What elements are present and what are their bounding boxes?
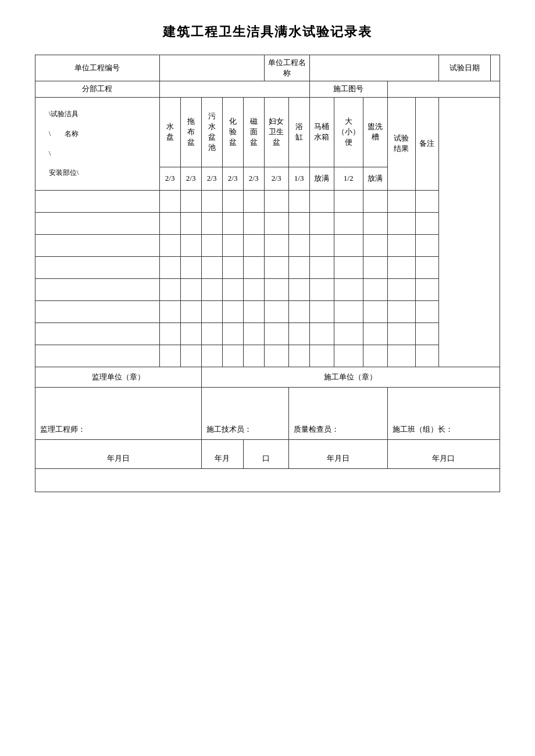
- supervisor-engineer-label: 监理工程师：: [35, 387, 202, 439]
- drawing-value: [387, 81, 500, 97]
- fixture-label-cell: \试验洁具 \ 名称 \ 安装部位\: [35, 97, 160, 190]
- col-wash-trough: 盥洗槽: [363, 97, 387, 167]
- col-water-pan: 水盘: [159, 97, 180, 167]
- unit-code-value: [159, 55, 264, 81]
- signature-row: 监理工程师： 施工技术员： 质量检查员： 施工班（组）长：: [35, 387, 500, 439]
- data-row-2: [35, 212, 500, 234]
- page-title: 建筑工程卫生洁具满水试验记录表: [35, 23, 500, 41]
- test-date-label: 试验日期: [438, 55, 491, 81]
- data-row-1: [35, 190, 500, 212]
- fill-water-pan: 2/3: [159, 167, 180, 190]
- fill-female-toilet: 2/3: [264, 167, 288, 190]
- unit-code-label: 单位工程编号: [35, 55, 160, 81]
- drawing-label: 施工图号: [309, 81, 387, 97]
- date-5: 年月口: [387, 439, 500, 468]
- col-test-result: 试验结果: [387, 97, 415, 190]
- date-2: 年月: [201, 439, 243, 468]
- bottom-spacer: [35, 468, 500, 492]
- supervision-label: 监理单位（章）: [35, 367, 202, 387]
- col-chem-basin: 化验盆: [222, 97, 243, 167]
- col-remarks: 备注: [415, 97, 438, 190]
- col-mop-basin: 拖布盆: [180, 97, 201, 167]
- unit-name-value: [309, 55, 438, 81]
- fill-bathtub: 1/3: [288, 167, 309, 190]
- sub-project-label: 分部工程: [35, 81, 160, 97]
- header-row-2: 分部工程 施工图号: [35, 81, 500, 97]
- sub-project-value: [159, 81, 309, 97]
- date-4: 年月日: [288, 439, 387, 468]
- construction-technician-label: 施工技术员：: [201, 387, 288, 439]
- construction-label: 施工单位（章）: [201, 367, 500, 387]
- fill-porcelain-basin: 2/3: [243, 167, 264, 190]
- col-toilet-tank: 马桶水箱: [309, 97, 334, 167]
- col-female-toilet: 妇女卫生盆: [264, 97, 288, 167]
- fill-mop-basin: 2/3: [180, 167, 201, 190]
- col-large-small-toilet: 大（小）便: [334, 97, 363, 167]
- col-porcelain-basin: 磁面盆: [243, 97, 264, 167]
- main-table: 单位工程编号 单位工程名称 试验日期 分部工程 施工图号 \试验洁具 \ 名称 …: [35, 55, 500, 492]
- unit-name-label: 单位工程名称: [264, 55, 309, 81]
- test-date-value: [491, 55, 500, 81]
- fill-wash-trough: 放满: [363, 167, 387, 190]
- fill-large-small-toilet: 1/2: [334, 167, 363, 190]
- data-row-7: [35, 323, 500, 345]
- fill-sewage-basin: 2/3: [201, 167, 222, 190]
- col-header-row: \试验洁具 \ 名称 \ 安装部位\ 水盘 拖布盆 污水盆池 化验盆 磁面盆 妇…: [35, 97, 500, 167]
- data-row-6: [35, 300, 500, 323]
- date-row: 年月日 年月 口 年月日 年月口: [35, 439, 500, 468]
- header-row-1: 单位工程编号 单位工程名称 试验日期: [35, 55, 500, 81]
- fill-chem-basin: 2/3: [222, 167, 243, 190]
- data-row-8: [35, 345, 500, 367]
- seal-row: 监理单位（章） 施工单位（章）: [35, 367, 500, 387]
- col-bathtub: 浴缸: [288, 97, 309, 167]
- fill-toilet-tank: 放满: [309, 167, 334, 190]
- construction-team-leader-label: 施工班（组）长：: [387, 387, 500, 439]
- date-1: 年月日: [35, 439, 202, 468]
- quality-inspector-label: 质量检查员：: [288, 387, 387, 439]
- data-row-5: [35, 278, 500, 300]
- col-sewage-basin: 污水盆池: [201, 97, 222, 167]
- data-row-4: [35, 256, 500, 278]
- date-3: 口: [243, 439, 288, 468]
- data-row-3: [35, 234, 500, 256]
